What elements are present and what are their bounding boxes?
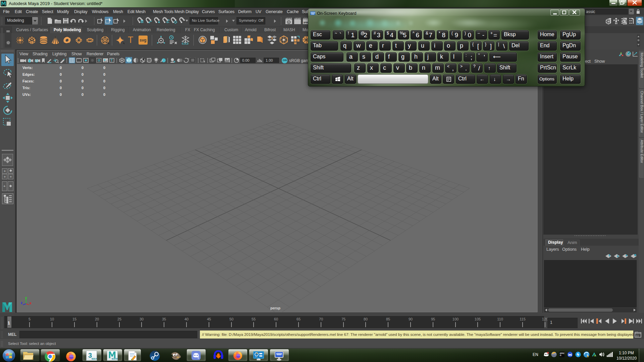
svg-text:MAYA: MAYA [112, 358, 117, 360]
svg-text:!: ! [588, 355, 588, 357]
svg-text:y: y [25, 296, 27, 300]
svg-text:MAX: MAX [92, 358, 97, 360]
svg-text:z: z [21, 301, 22, 305]
svg-text:{;}: {;} [636, 334, 639, 337]
svg-text:T: T [111, 59, 113, 62]
svg-text:IPR: IPR [304, 21, 308, 24]
svg-text:x: x [30, 301, 32, 305]
svg-text:0,0,0: 0,0,0 [182, 42, 189, 45]
